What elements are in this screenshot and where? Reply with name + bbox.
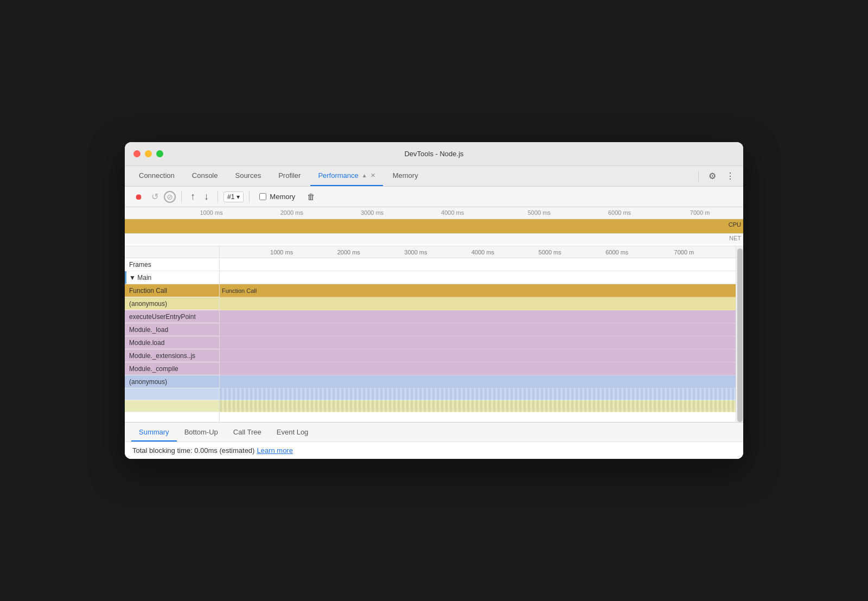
separator-2 [218,191,218,202]
flame-bar-row-module-extensions [220,349,736,362]
gear-icon: ⚙ [709,171,716,181]
flame-section: Frames ▼ Main Function Call (anonymous) … [125,246,743,422]
flame-label-execute: executeUserEntryPoint [125,310,219,323]
flame-label-anonymous-2: (anonymous) [125,375,219,388]
flame-bar-extra-2 [220,400,736,412]
ruler-spacer [125,246,219,258]
main-ruler-tick-5: 5000 ms [539,249,561,255]
main-ruler-tick-3: 3000 ms [404,249,427,255]
ruler-tick-1: 1000 ms [200,209,222,216]
tab-bottom-up[interactable]: Bottom-Up [177,424,226,442]
main-ruler-tick-7: 7000 m [674,249,694,255]
flame-bar-row-module-compile [220,362,736,375]
tab-memory[interactable]: Memory [385,166,426,186]
memory-checkbox-label[interactable]: Memory [255,193,299,201]
flame-label-module-load-1: Module._load [125,323,219,336]
trash-button[interactable]: 🗑 [304,190,318,203]
window-controls [133,150,163,157]
tab-performance[interactable]: Performance ▲ ✕ [310,166,382,186]
reload-icon: ↺ [151,191,158,202]
maximize-button[interactable] [156,150,163,157]
upload-icon: ↑ [190,191,195,202]
record-icon: ⏺ [135,192,143,201]
close-button[interactable] [133,150,141,157]
record-select[interactable]: #1 ▾ [224,191,244,202]
tab-bar: Connection Console Sources Profiler Perf… [125,166,743,187]
flame-chart-container: Frames ▼ Main Function Call (anonymous) … [125,246,743,422]
record-button[interactable]: ⏺ [131,190,146,203]
flame-label-module-load-2: Module.load [125,336,219,349]
flame-bar-module-compile[interactable] [220,363,736,374]
trash-icon: 🗑 [307,192,315,201]
flame-bar-row-execute [220,310,736,323]
ruler-tick-2: 2000 ms [280,209,303,216]
flame-bar-row-module-load-2 [220,336,736,349]
timeline-area: 1000 ms 2000 ms 3000 ms 4000 ms 5000 ms … [125,207,743,459]
tab-separator [698,171,699,182]
frames-label-row: Frames [125,258,219,271]
flame-bar-execute[interactable] [220,311,736,322]
main-ruler-tick-4: 4000 ms [471,249,494,255]
title-bar: DevTools - Node.js [125,142,743,166]
flame-bar-anonymous-1[interactable] [220,298,736,309]
main-label-row: ▼ Main [125,271,219,284]
scrollbar[interactable] [736,246,743,422]
tab-console[interactable]: Console [184,166,226,186]
flame-bars-panel: 1000 ms 2000 ms 3000 ms 4000 ms 5000 ms … [220,246,736,422]
cpu-bar: CPU [125,219,743,233]
devtools-window: DevTools - Node.js Connection Console So… [125,142,743,459]
learn-more-link[interactable]: Learn more [257,446,292,455]
ruler-tick-5: 5000 ms [528,209,551,216]
frames-row [220,258,736,271]
window-title: DevTools - Node.js [404,150,463,158]
tab-call-tree[interactable]: Call Tree [226,424,269,442]
bottom-tabs: Summary Bottom-Up Call Tree Event Log [125,422,743,442]
main-header-row [220,271,736,284]
flame-bar-function-call[interactable]: Function Call [220,285,736,296]
flame-bar-module-extensions[interactable] [220,350,736,361]
main-ruler-tick-6: 6000 ms [605,249,628,255]
minimize-button[interactable] [145,150,152,157]
reload-button[interactable]: ↺ [148,189,162,204]
more-button[interactable]: ⋮ [724,169,737,183]
more-icon: ⋮ [726,171,735,181]
tab-bar-actions: ⚙ ⋮ [696,169,737,183]
main-ruler-tick-1: 1000 ms [270,249,293,255]
clear-icon: ⊘ [167,193,173,201]
status-bar: Total blocking time: 0.00ms (estimated) … [125,442,743,459]
flame-bar-row-anonymous-2 [220,375,736,388]
status-text: Total blocking time: 0.00ms (estimated) [132,446,254,455]
flame-bar-row-function-call: Function Call [220,284,736,297]
tab-profiler[interactable]: Profiler [271,166,308,186]
toolbar: ⏺ ↺ ⊘ ↑ ↓ #1 ▾ Memory 🗑 [125,187,743,207]
flame-bar-row-module-load-1 [220,323,736,336]
scrollbar-thumb[interactable] [737,248,743,422]
ruler-tick-6: 6000 ms [608,209,631,216]
tab-summary[interactable]: Summary [131,424,177,442]
flame-label-module-compile: Module._compile [125,362,219,375]
download-icon: ↓ [204,191,209,202]
main-ruler-tick-2: 2000 ms [337,249,360,255]
flame-bars-area: Function Call [220,284,736,422]
tab-sources[interactable]: Sources [227,166,269,186]
download-button[interactable]: ↓ [201,189,212,204]
flame-label-extra-1 [125,388,219,400]
tab-connection[interactable]: Connection [131,166,182,186]
flame-bar-module-load-1[interactable] [220,324,736,335]
flame-bar-row-anonymous-1 [220,297,736,310]
memory-checkbox-input[interactable] [259,193,266,200]
flame-bar-anonymous-2[interactable] [220,376,736,387]
separator-3 [249,191,250,202]
net-bar: NET [125,233,743,244]
ruler-tick-7: 7000 m [690,209,710,216]
ruler-tick-3: 3000 ms [361,209,384,216]
flame-bar-module-load-2[interactable] [220,337,736,348]
settings-button[interactable]: ⚙ [706,169,718,183]
performance-flask-icon: ▲ [362,172,367,178]
cpu-label: CPU [729,221,741,228]
tab-event-log[interactable]: Event Log [269,424,316,442]
upload-button[interactable]: ↑ [187,189,199,204]
performance-tab-close[interactable]: ✕ [371,172,375,179]
clear-button[interactable]: ⊘ [164,191,176,203]
flame-bar-extra-1 [220,388,736,400]
